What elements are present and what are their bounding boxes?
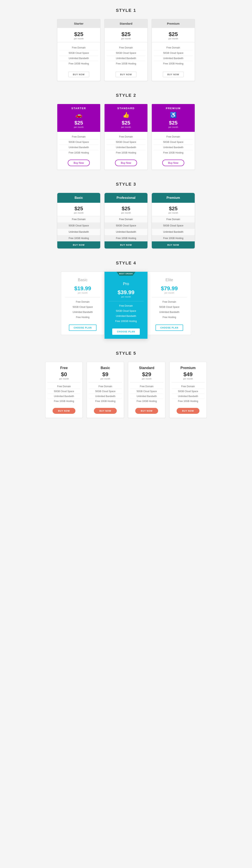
style4-feature: Free Hosting — [65, 315, 100, 320]
style2-buy-button[interactable]: Buy Now — [162, 160, 184, 166]
style1-feature: Unlimited Bandwith — [59, 56, 98, 61]
style5-plan-name: Standard — [130, 366, 163, 370]
style4-badge: BEST ORDER — [116, 272, 136, 276]
style3-features: Free Domain50GB Cloud SpaceUnlimited Ban… — [105, 216, 147, 241]
style1-card-header: Premium — [152, 19, 195, 28]
style5-feature: Free 10GB Hosting — [47, 399, 80, 404]
style1-feature: Free Domain — [59, 45, 98, 51]
style3-feature: Unlimited Bandwith — [105, 229, 147, 235]
style2-card: STARTER 🚗 $25 per month Free Domain50GB … — [57, 104, 100, 170]
style1-feature: Free 10GB Hosting — [154, 61, 193, 66]
style5-price: $29 — [130, 371, 163, 377]
style2-icon: ♿ — [154, 112, 193, 118]
style4-per: per month — [108, 296, 144, 298]
style2-buy-button[interactable]: Buy Now — [115, 160, 137, 166]
style5-card: Basic $9 per month Free Domain50GB Cloud… — [86, 362, 124, 418]
style4-choose-button[interactable]: CHOOSE PLAN — [112, 329, 140, 335]
style2-title: STYLE 2 — [4, 93, 248, 98]
style4-features: Free Domain50GB Cloud SpaceUnlimited Ban… — [108, 301, 144, 326]
style2-feature: Free 10GB Hosting — [154, 150, 193, 155]
style4-features: Free Domain50GB Cloud SpaceUnlimited Ban… — [65, 297, 100, 322]
style2-feature: Unlimited Bandwith — [107, 145, 145, 150]
style2-btn-wrap: Buy Now — [105, 158, 147, 170]
style4-feature: 50GB Cloud Space — [65, 305, 100, 310]
style4-btn-wrap: CHOOSE PLAN — [65, 322, 100, 331]
style1-buy-button[interactable]: BUY NOW — [115, 72, 137, 77]
style3-buy-button[interactable]: BUY NOW — [105, 241, 147, 248]
style3-buy-button[interactable]: BUY NOW — [57, 241, 100, 248]
style5-card: Free $0 per month Free Domain50GB Cloud … — [45, 362, 83, 418]
style1-feature: Free 10GB Hosting — [59, 61, 98, 66]
style4-feature: Free Domain — [152, 299, 187, 305]
style2-feature: 50GB Cloud Space — [107, 140, 145, 145]
style5-feature: 50GB Cloud Space — [89, 389, 122, 394]
style5-buy-button[interactable]: BUY NOW — [52, 408, 75, 414]
style2-card-top: STANDARD 👍 $25 per month — [105, 104, 147, 132]
style1-feature: 50GB Cloud Space — [59, 51, 98, 56]
style1-feature: 50GB Cloud Space — [154, 51, 193, 56]
style3-per: per month — [154, 212, 193, 214]
style5-price: $49 — [172, 371, 205, 377]
style2-feature: Free 10GB Hosting — [107, 150, 145, 155]
style3-feature: 50GB Cloud Space — [152, 222, 195, 229]
style4-price: $39.99 — [108, 289, 144, 296]
style5-buy-button[interactable]: BUY NOW — [94, 408, 117, 414]
style1-buy-button[interactable]: BUY NOW — [163, 72, 184, 77]
style5-buy-button[interactable]: BUY NOW — [135, 408, 158, 414]
style3-feature: Free 10GB Hosting — [105, 235, 147, 241]
style1-feature: 50GB Cloud Space — [107, 51, 145, 56]
style2-features: Free Domain50GB Cloud SpaceUnlimited Ban… — [152, 132, 195, 158]
style5-features: Free Domain50GB Cloud SpaceUnlimited Ban… — [172, 382, 205, 405]
style5-title: STYLE 5 — [4, 351, 248, 356]
style3-price: $25 — [59, 206, 98, 212]
style5-price: $9 — [89, 371, 122, 377]
style1-features: Free Domain50GB Cloud SpaceUnlimited Ban… — [105, 42, 147, 69]
style1-card-header: Starter — [57, 19, 100, 28]
style3-feature: Unlimited Bandwith — [57, 229, 100, 235]
style3-per: per month — [59, 212, 98, 214]
style2-section: STYLE 2 STARTER 🚗 $25 per month Free Dom… — [4, 93, 248, 170]
style1-features: Free Domain50GB Cloud SpaceUnlimited Ban… — [57, 42, 100, 69]
style5-feature: 50GB Cloud Space — [47, 389, 80, 394]
style2-card: PREMIUM ♿ $25 per month Free Domain50GB … — [152, 104, 195, 170]
style5-features: Free Domain50GB Cloud SpaceUnlimited Ban… — [47, 382, 80, 405]
style4-section: STYLE 4 Basic $19.99 per month Free Doma… — [4, 260, 248, 339]
style5-feature: Free 10GB Hosting — [89, 399, 122, 404]
style5-section: STYLE 5 Free $0 per month Free Domain50G… — [4, 351, 248, 418]
style5-plan-name: Free — [47, 366, 80, 370]
style1-btn-wrap: BUY NOW — [105, 69, 147, 81]
style2-icon: 🚗 — [59, 112, 98, 118]
style1-price: $25 — [59, 31, 98, 37]
style1-card: Starter $25 per month Free Domain50GB Cl… — [57, 19, 100, 81]
style2-feature: Free Domain — [59, 134, 98, 140]
style2-card-top: STARTER 🚗 $25 per month — [57, 104, 100, 132]
style2-per: per month — [59, 126, 98, 128]
style5-features: Free Domain50GB Cloud SpaceUnlimited Ban… — [130, 382, 163, 405]
style4-card: Basic $19.99 per month Free Domain50GB C… — [61, 272, 104, 335]
style5-per: per month — [172, 377, 205, 380]
style5-plan-name: Premium — [172, 366, 205, 370]
style3-feature: Free 10GB Hosting — [57, 235, 100, 241]
style1-buy-button[interactable]: BUY NOW — [68, 72, 89, 77]
style2-buy-button[interactable]: Buy Now — [68, 160, 90, 166]
style2-feature: Unlimited Bandwith — [154, 145, 193, 150]
style2-features: Free Domain50GB Cloud SpaceUnlimited Ban… — [105, 132, 147, 158]
style3-card: Basic $25 per month Free Domain50GB Clou… — [57, 193, 100, 249]
style4-title: STYLE 4 — [4, 260, 248, 266]
style1-price: $25 — [154, 31, 193, 37]
style2-icon: 👍 — [107, 112, 145, 118]
style5-feature: Unlimited Bandwith — [47, 394, 80, 399]
style4-choose-button[interactable]: CHOOSE PLAN — [155, 324, 183, 331]
style5-buy-button[interactable]: BUY NOW — [177, 408, 200, 414]
style3-feature: Free Domain — [105, 216, 147, 222]
style4-feature: Free Domain — [108, 303, 144, 308]
style4-choose-button[interactable]: CHOOSE PLAN — [69, 324, 97, 331]
style5-per: per month — [89, 377, 122, 380]
style1-section: STYLE 1 Starter $25 per month Free Domai… — [4, 8, 248, 81]
style1-features: Free Domain50GB Cloud SpaceUnlimited Ban… — [152, 42, 195, 69]
style5-feature: Unlimited Bandwith — [172, 394, 205, 399]
style1-btn-wrap: BUY NOW — [152, 69, 195, 81]
style5-feature: Unlimited Bandwith — [130, 394, 163, 399]
style3-buy-button[interactable]: BUY NOW — [152, 241, 195, 248]
style2-features: Free Domain50GB Cloud SpaceUnlimited Ban… — [57, 132, 100, 158]
